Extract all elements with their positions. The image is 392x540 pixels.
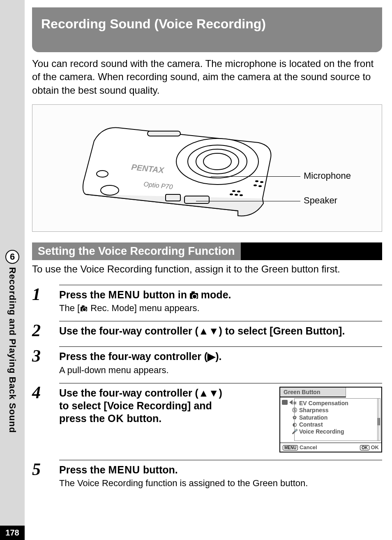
menu-keyword: MENU <box>108 464 141 475</box>
step-title: Use the four-way controller (▲▼) to sele… <box>59 325 382 337</box>
step-title: Press the MENU button. <box>59 464 382 476</box>
chapter-title: Recording and Playing Back Sound <box>7 267 18 433</box>
camera-icon <box>81 307 87 311</box>
svg-point-14 <box>254 185 257 186</box>
callout-speaker: Speaker <box>304 195 337 206</box>
camera-diagram: PENTAX Optio P70 Microphone Speaker <box>32 104 382 232</box>
page-number: 178 <box>0 526 25 540</box>
svg-point-5 <box>101 185 119 195</box>
ok-keyword: OK <box>108 413 124 424</box>
lcd-ok: OK OK <box>360 444 379 450</box>
svg-point-12 <box>255 180 258 182</box>
svg-point-7 <box>232 190 235 192</box>
step-number: 1 <box>32 285 50 314</box>
step-2: 2 Use the four-way controller (▲▼) to se… <box>32 321 382 339</box>
text: button in <box>140 289 190 300</box>
lcd-ok-label: OK <box>371 444 379 450</box>
step-number: 3 <box>32 346 50 375</box>
section-intro: To use the Voice Recording function, ass… <box>32 263 382 275</box>
selection-cursor-icon <box>282 400 288 405</box>
text: to select [Voice Recording] and <box>59 399 271 412</box>
svg-point-3 <box>203 153 231 170</box>
section-header: Setting the Voice Recording Function <box>32 242 382 260</box>
camera-icon <box>190 293 198 299</box>
step-desc: A pull-down menu appears. <box>59 365 382 376</box>
menu-badge-icon: MENU <box>283 445 298 450</box>
step-3: 3 Press the four-way controller (▶). A p… <box>32 346 382 375</box>
step-title: Press the four-way controller (▶). <box>59 350 382 363</box>
svg-point-6 <box>97 171 108 177</box>
scrollbar-thumb <box>377 418 380 425</box>
svg-point-15 <box>258 185 262 187</box>
camera-illustration: PENTAX Optio P70 <box>61 112 275 223</box>
lcd-cancel-label: Cancel <box>300 444 317 450</box>
title-bar: Recording Sound (Voice Recording) <box>32 7 382 52</box>
chapter-number: 6 <box>5 250 19 264</box>
lcd-footer: MENU Cancel OK OK <box>280 443 381 452</box>
step-number: 4 <box>32 383 50 452</box>
svg-point-11 <box>240 194 243 196</box>
text: Press the <box>59 464 108 475</box>
leader-line-mic <box>211 176 300 177</box>
text: mode. <box>198 289 231 300</box>
text: Rec. Mode] menu appears. <box>88 303 199 313</box>
svg-rect-16 <box>184 196 209 203</box>
step-1: 1 Press the MENU button in mode. The [ R… <box>32 285 382 314</box>
intro-text: You can record sound with the camera. Th… <box>32 57 382 97</box>
svg-point-10 <box>235 194 238 196</box>
text: The [ <box>59 303 80 313</box>
text: press the <box>59 413 108 424</box>
text: button. <box>124 413 162 424</box>
page-title: Recording Sound (Voice Recording) <box>41 16 373 32</box>
callout-microphone: Microphone <box>304 171 351 181</box>
svg-rect-4 <box>148 131 180 136</box>
text: button. <box>140 464 178 475</box>
ok-badge-icon: OK <box>360 445 369 450</box>
dropdown-frame <box>294 398 379 441</box>
svg-point-13 <box>260 181 263 183</box>
lcd-screenshot: Green Button ☀EV Compensation ⓈSharpness… <box>279 387 382 452</box>
step-number: 2 <box>32 321 50 339</box>
menu-keyword: MENU <box>108 289 141 300</box>
svg-rect-17 <box>166 194 180 201</box>
step-4: 4 Use the four-way controller (▲▼) to se… <box>32 383 382 452</box>
svg-point-9 <box>230 194 233 195</box>
svg-point-8 <box>237 191 240 192</box>
text: Use the four-way controller (▲▼) <box>59 387 271 399</box>
step-desc: The Voice Recording function is assigned… <box>59 478 382 489</box>
sidebar: 6 Recording and Playing Back Sound 178 <box>0 0 25 540</box>
section-header-text: Setting the Voice Recording Function <box>32 242 241 260</box>
lcd-title: Green Button <box>280 388 346 397</box>
step-title: Use the four-way controller (▲▼) to sele… <box>59 387 271 425</box>
step-desc: The [ Rec. Mode] menu appears. <box>59 303 382 314</box>
arrow-left-icon <box>289 400 293 405</box>
text: Press the <box>59 289 108 300</box>
step-number: 5 <box>32 460 50 489</box>
chapter-tab: 6 Recording and Playing Back Sound <box>2 250 22 433</box>
lcd-cancel: MENU Cancel <box>283 444 317 450</box>
leader-line-speaker <box>196 201 300 201</box>
step-title: Press the MENU button in mode. <box>59 288 382 301</box>
step-5: 5 Press the MENU button. The Voice Recor… <box>32 460 382 489</box>
page-content: Recording Sound (Voice Recording) You ca… <box>25 0 392 506</box>
lcd-menu-list: ☀EV Compensation ⓈSharpness ✿Saturation … <box>280 397 381 443</box>
